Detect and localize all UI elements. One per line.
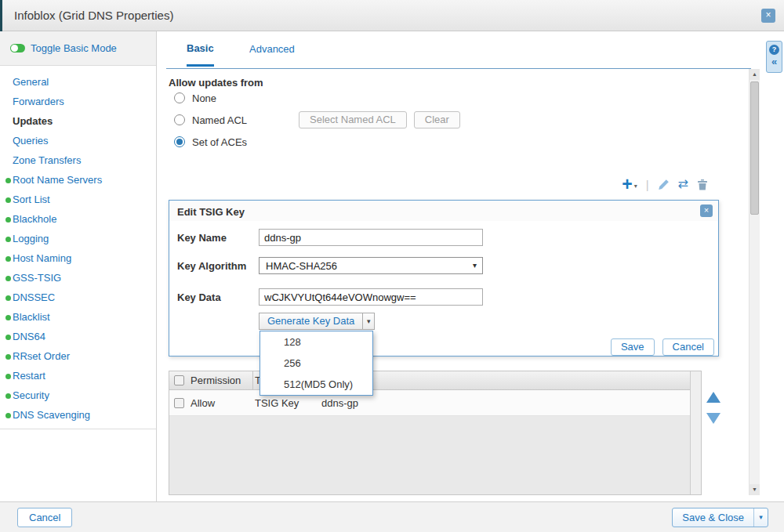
- add-ace-button[interactable]: + ▾: [622, 177, 637, 192]
- tab-advanced[interactable]: Advanced: [249, 31, 295, 67]
- generate-caret-icon: ▾: [363, 313, 375, 330]
- window-close-button[interactable]: ×: [761, 9, 775, 23]
- sidebar-nav: General Forwarders Updates Queries Zone …: [0, 66, 156, 429]
- scroll-up-button[interactable]: ▲: [750, 69, 760, 80]
- reorder-ace-button[interactable]: ⇄: [678, 178, 688, 190]
- delete-ace-button[interactable]: [697, 179, 708, 190]
- panel-close-button[interactable]: ×: [700, 204, 713, 217]
- key-size-dropdown: 128 256 512(MD5 Only): [260, 331, 373, 396]
- edit-tsig-key-title: Edit TSIG Key: [177, 206, 245, 218]
- collapse-button[interactable]: «: [767, 56, 782, 67]
- move-up-button[interactable]: [706, 392, 720, 403]
- save-and-close-caret-icon: ▾: [753, 508, 768, 527]
- footer-bar: Cancel Save & Close ▾: [0, 501, 784, 532]
- sidebar-item-blacklist[interactable]: Blacklist: [0, 307, 156, 327]
- panel-actions: Save Cancel: [611, 338, 714, 356]
- row-permission-cell: Allow: [189, 390, 253, 415]
- edit-tsig-key-header: Edit TSIG Key ×: [169, 201, 718, 221]
- sidebar-item-dns-scavenging[interactable]: DNS Scavenging: [0, 405, 156, 425]
- tab-bar: Basic Advanced: [157, 31, 784, 69]
- scroll-down-icon: ▼: [752, 487, 757, 492]
- row-checkbox[interactable]: [174, 398, 184, 408]
- sidebar-item-forwarders[interactable]: Forwarders: [0, 92, 156, 111]
- help-panel: ? «: [766, 41, 782, 73]
- dropdown-option-128[interactable]: 128: [260, 331, 372, 353]
- table-header-permission[interactable]: Permission: [189, 371, 253, 389]
- select-all-checkbox[interactable]: [174, 375, 184, 385]
- edit-ace-button[interactable]: [658, 179, 670, 190]
- radio-named-acl[interactable]: Named ACL: [174, 114, 247, 126]
- sidebar-item-root-name-servers[interactable]: Root Name Servers: [0, 170, 156, 190]
- dropdown-option-512[interactable]: 512(MD5 Only): [260, 374, 372, 395]
- generate-key-data-button[interactable]: Generate Key Data ▾: [259, 313, 375, 330]
- sidebar-item-security[interactable]: Security: [0, 385, 156, 405]
- save-and-close-button[interactable]: Save & Close ▾: [672, 508, 768, 527]
- radio-none[interactable]: None: [174, 92, 216, 104]
- radio-set-of-aces-control[interactable]: [174, 136, 185, 147]
- sidebar-item-restart[interactable]: Restart: [0, 366, 156, 385]
- content-area: Allow updates from None Named ACL Set of…: [157, 69, 749, 495]
- sidebar: Toggle Basic Mode General Forwarders Upd…: [0, 31, 157, 501]
- panel-close-icon: ×: [704, 205, 709, 215]
- edit-tsig-key-panel: Edit TSIG Key × Key Name Key Algorithm H…: [169, 200, 719, 356]
- allow-updates-label: Allow updates from: [169, 77, 263, 89]
- radio-none-control[interactable]: [174, 92, 185, 103]
- sidebar-item-sort-list[interactable]: Sort List: [0, 190, 156, 209]
- move-down-button[interactable]: [706, 413, 720, 424]
- toolbar-separator: |: [646, 178, 649, 191]
- toggle-basic-mode-label: Toggle Basic Mode: [31, 42, 117, 54]
- save-button[interactable]: Save: [611, 338, 655, 356]
- clear-button[interactable]: Clear: [414, 111, 460, 128]
- sidebar-item-rrset-order[interactable]: RRset Order: [0, 346, 156, 366]
- tab-basic[interactable]: Basic: [187, 31, 214, 67]
- help-button[interactable]: ?: [769, 45, 779, 55]
- radio-named-acl-control[interactable]: [174, 114, 185, 125]
- table-row[interactable]: Allow TSIG Key ddns-gp: [169, 390, 701, 416]
- window-titlebar: Infoblox (Grid DNS Properties) ×: [0, 0, 784, 31]
- window-title: Infoblox (Grid DNS Properties): [14, 9, 173, 22]
- row-checkbox-cell: [169, 398, 189, 408]
- footer-cancel-button[interactable]: Cancel: [17, 508, 72, 527]
- sidebar-item-host-naming[interactable]: Host Naming: [0, 248, 156, 268]
- sidebar-item-blackhole[interactable]: Blackhole: [0, 209, 156, 229]
- toggle-basic-mode[interactable]: Toggle Basic Mode: [0, 31, 156, 66]
- sidebar-item-logging[interactable]: Logging: [0, 229, 156, 248]
- key-data-label: Key Data: [177, 291, 221, 303]
- table-scrollbar-gutter[interactable]: [690, 371, 701, 494]
- plus-icon: +: [622, 177, 632, 192]
- chevron-down-icon: ▾: [473, 261, 477, 270]
- sidebar-item-zone-transfers[interactable]: Zone Transfers: [0, 150, 156, 170]
- key-algorithm-select[interactable]: HMAC-SHA256 ▾: [259, 257, 483, 274]
- vertical-scrollbar[interactable]: ▲ ▼: [749, 69, 760, 495]
- key-name-input[interactable]: [259, 229, 483, 246]
- sidebar-item-updates[interactable]: Updates: [0, 111, 156, 131]
- scroll-down-button[interactable]: ▼: [750, 484, 760, 495]
- sidebar-item-dnssec[interactable]: DNSSEC: [0, 288, 156, 307]
- scroll-up-icon: ▲: [752, 71, 757, 77]
- sidebar-item-gss-tsig[interactable]: GSS-TSIG: [0, 268, 156, 288]
- trash-icon: [697, 179, 708, 190]
- row-type-cell: TSIG Key: [253, 397, 320, 409]
- named-acl-buttons: Select Named ACL Clear: [299, 111, 460, 128]
- generate-key-data-label: Generate Key Data: [259, 313, 363, 330]
- add-caret-icon: ▾: [634, 183, 637, 190]
- key-algorithm-value: HMAC-SHA256: [266, 260, 337, 272]
- dropdown-option-256[interactable]: 256: [260, 353, 372, 374]
- scrollbar-thumb[interactable]: [750, 81, 759, 215]
- cancel-button[interactable]: Cancel: [662, 338, 714, 356]
- select-named-acl-button[interactable]: Select Named ACL: [299, 111, 407, 128]
- save-and-close-label: Save & Close: [673, 508, 753, 527]
- sidebar-item-dns64[interactable]: DNS64: [0, 327, 156, 346]
- toggle-icon: [10, 44, 25, 52]
- swap-arrows-icon: ⇄: [678, 178, 688, 190]
- key-data-input[interactable]: [259, 288, 483, 306]
- ace-table: Permission Type Allow TSIG Key ddns-gp: [169, 371, 702, 495]
- sidebar-item-general[interactable]: General: [0, 72, 156, 92]
- key-algorithm-label: Key Algorithm: [177, 260, 246, 272]
- header-checkbox-cell: [169, 375, 189, 385]
- radio-set-of-aces[interactable]: Set of ACEs: [174, 136, 247, 148]
- radio-named-acl-label: Named ACL: [192, 114, 247, 126]
- table-header-row: Permission Type: [169, 371, 701, 390]
- sidebar-item-queries[interactable]: Queries: [0, 131, 156, 150]
- radio-none-label: None: [192, 92, 216, 104]
